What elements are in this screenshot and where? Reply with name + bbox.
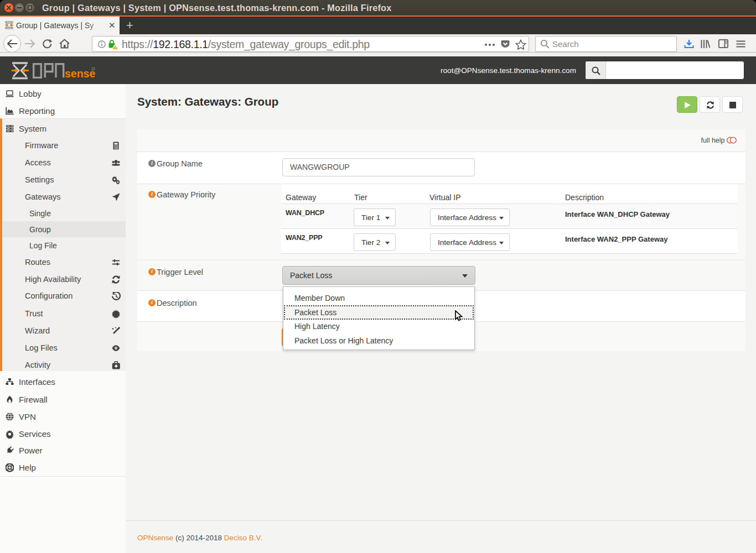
svg-text:sense: sense (65, 67, 95, 80)
